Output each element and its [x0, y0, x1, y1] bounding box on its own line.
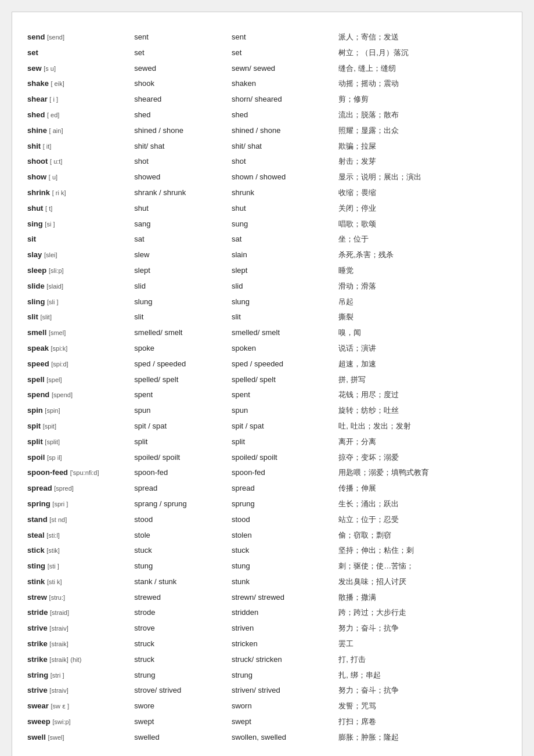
past-tense-cell: showed — [131, 170, 228, 185]
past-tense-cell: spoke — [131, 341, 228, 357]
base-word: sit — [27, 235, 36, 243]
base-word: shoot — [27, 157, 48, 165]
meaning-cell: 坐；位于 — [335, 232, 510, 247]
base-word-cell: strike [straik] — [24, 636, 131, 652]
meaning-cell: 离开；分离 — [335, 434, 510, 450]
table-row: sling [sli ]slungslung吊起 — [24, 294, 510, 310]
base-word: spin — [27, 406, 43, 415]
meaning-cell: 坚持；伸出；粘住；刺 — [335, 543, 510, 559]
base-word: strike — [27, 655, 48, 664]
table-row: string [stri ]strungstrung扎, 绑；串起 — [24, 668, 510, 683]
past-tense-cell: shed — [131, 107, 228, 123]
table-row: sweep [swi:p]sweptswept打扫；席卷 — [24, 714, 510, 730]
phonetic: [ ed] — [47, 111, 59, 118]
phonetic: [swi:p] — [52, 718, 70, 725]
table-row: shit [ it]shit/ shatshit/ shat欺骗；拉屎 — [24, 139, 510, 154]
table-row: spoon-feed ['spu:nfi:d]spoon-fedspoon-fe… — [24, 465, 510, 481]
past-tense-cell: strove/ strived — [131, 683, 228, 699]
base-word: sew — [27, 64, 42, 73]
past-participle-cell: spit / spat — [228, 419, 335, 434]
meaning-cell: 流出；脱落；散布 — [335, 107, 510, 123]
past-tense-cell: strewed — [131, 590, 228, 606]
meaning-cell: 关闭；停业 — [335, 201, 510, 217]
past-tense-cell: strove — [131, 621, 228, 636]
table-row: strive [straiv]strovestriven努力；奋斗；抗争 — [24, 621, 510, 636]
past-tense-cell: slept — [131, 263, 228, 279]
past-participle-cell: striven — [228, 621, 335, 636]
past-tense-cell: spun — [131, 403, 228, 419]
past-tense-cell: stuck — [131, 543, 228, 559]
past-participle-cell: shined / shone — [228, 123, 335, 139]
base-word-cell: shut [ t] — [24, 201, 131, 217]
past-tense-cell: strung — [131, 668, 228, 683]
table-row: spit [spit]spit / spatspit / spat吐, 吐出；发… — [24, 419, 510, 434]
meaning-cell: 发出臭味；招人讨厌 — [335, 574, 510, 590]
base-word: send — [27, 33, 45, 41]
base-word-cell: steal [sti:l] — [24, 528, 131, 543]
base-word: sleep — [27, 266, 46, 275]
phonetic: [ ri k] — [52, 189, 66, 196]
table-row: spend [spend]spentspent花钱；用尽；度过 — [24, 387, 510, 403]
past-tense-cell: spit / spat — [131, 419, 228, 434]
meaning-cell: 说话；演讲 — [335, 341, 510, 357]
meaning-cell: 旋转；纺纱；吐丝 — [335, 403, 510, 419]
past-participle-cell: sent — [228, 30, 335, 45]
past-participle-cell: sped / speeded — [228, 357, 335, 372]
past-tense-cell: slid — [131, 279, 228, 294]
past-tense-cell: spent — [131, 387, 228, 403]
past-participle-cell: sewn/ sewed — [228, 61, 335, 77]
past-participle-cell: swollen, swelled — [228, 730, 335, 746]
table-row: spell [spel]spelled/ speltspelled/ spelt… — [24, 372, 510, 388]
past-tense-cell: shrank / shrunk — [131, 185, 228, 201]
past-tense-cell: sang — [131, 217, 228, 232]
base-word: spoon-feed — [27, 468, 68, 477]
table-row: stink [sti k]stank / stunkstunk发出臭味；招人讨厌 — [24, 574, 510, 590]
phonetic: [straik] — [49, 656, 68, 663]
base-word-cell: spell [spel] — [24, 372, 131, 388]
past-participle-cell: shut — [228, 201, 335, 217]
base-word-cell: strew [stru:] — [24, 590, 131, 606]
base-word-cell: shrink [ ri k] — [24, 185, 131, 201]
phonetic: [straid] — [50, 609, 69, 616]
table-row: speed [spi:d]sped / speededsped / speede… — [24, 357, 510, 372]
verb-table: send [send]sentsent派人；寄信；发送setsetset树立；（… — [24, 30, 510, 746]
past-participle-cell: shaken — [228, 76, 335, 92]
past-participle-cell: stolen — [228, 528, 335, 543]
past-participle-cell: set — [228, 45, 335, 61]
past-participle-cell: stricken — [228, 636, 335, 652]
past-tense-cell: spread — [131, 481, 228, 496]
table-row: slit [slit]slitslit撕裂 — [24, 309, 510, 325]
past-tense-cell: struck — [131, 636, 228, 652]
past-participle-cell: stood — [228, 512, 335, 528]
past-tense-cell: slung — [131, 294, 228, 310]
phonetic: [stri ] — [50, 672, 64, 679]
phonetic: [sli ] — [47, 298, 59, 305]
past-participle-cell: smelled/ smelt — [228, 325, 335, 341]
past-participle-cell: spoiled/ spoilt — [228, 450, 335, 466]
past-participle-cell: shorn/ sheared — [228, 92, 335, 107]
past-participle-cell: stuck — [228, 543, 335, 559]
page: send [send]sentsent派人；寄信；发送setsetset树立；（… — [12, 12, 522, 756]
past-participle-cell: stridden — [228, 605, 335, 621]
base-word-cell: sleep [sli:p] — [24, 263, 131, 279]
base-word: swear — [27, 701, 49, 710]
base-word-cell: sew [s u] — [24, 61, 131, 77]
base-word: steal — [27, 531, 45, 539]
base-word: sweep — [27, 717, 50, 726]
meaning-cell: 滑动；滑落 — [335, 279, 510, 294]
past-participle-cell: sworn — [228, 699, 335, 714]
past-participle-cell: stung — [228, 559, 335, 574]
past-tense-cell: swore — [131, 699, 228, 714]
meaning-cell: 散播；撒满 — [335, 590, 510, 606]
base-word-cell: show [ u] — [24, 170, 131, 185]
base-word-cell: shake [ eik] — [24, 76, 131, 92]
table-row: strew [stru:]strewedstrewn/ strewed散播；撒满 — [24, 590, 510, 606]
base-word: show — [27, 172, 46, 181]
past-participle-cell: striven/ strived — [228, 683, 335, 699]
base-word: spoil — [27, 453, 45, 462]
past-tense-cell: shut — [131, 201, 228, 217]
table-row: send [send]sentsent派人；寄信；发送 — [24, 30, 510, 45]
base-word-cell: spoon-feed ['spu:nfi:d] — [24, 465, 131, 481]
base-word: spend — [27, 390, 49, 399]
meaning-cell: 跨；跨过；大步行走 — [335, 605, 510, 621]
